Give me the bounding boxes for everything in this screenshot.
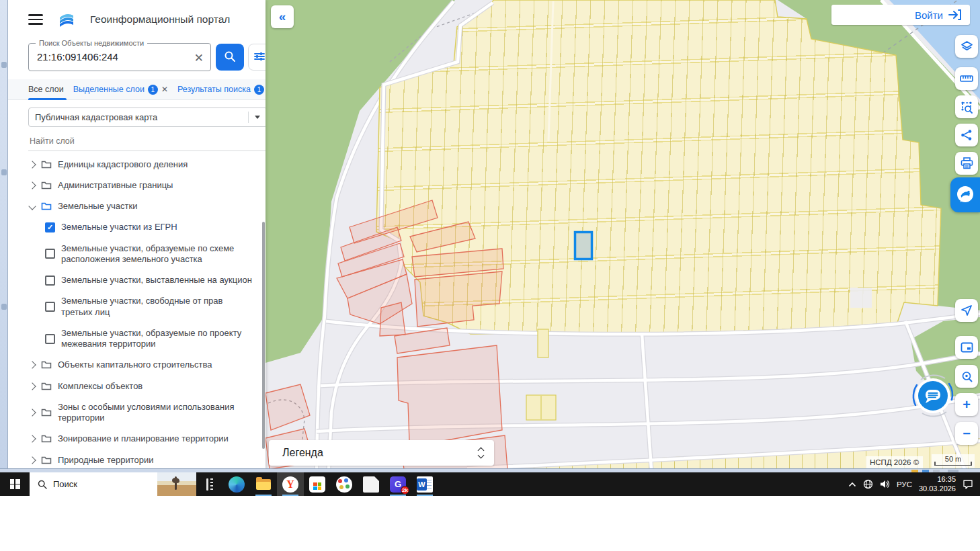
zoom-out-button[interactable]: − (955, 422, 978, 445)
windows-taskbar: Поиск Y (0, 472, 980, 496)
map-scale-bar: 50 m (932, 454, 975, 468)
plus-icon: + (963, 397, 971, 413)
layer-checkbox-egrn-parcels[interactable]: ✓ Земельные участки из ЕГРН (28, 217, 266, 238)
login-button-label: Войти (915, 9, 943, 21)
layer-label: Комплексы объектов (58, 381, 256, 392)
measure-tool-button[interactable] (955, 67, 978, 90)
task-view-icon (206, 478, 213, 491)
layer-folder-zoning-planning[interactable]: Зонирование и планирование территории (28, 429, 266, 450)
spatial-search-icon (960, 100, 973, 114)
chevron-right-icon[interactable] (28, 409, 36, 416)
crane-image (175, 476, 177, 490)
action-center-icon[interactable] (963, 479, 973, 489)
filter-button[interactable] (248, 44, 266, 71)
sidebar-scrollbar[interactable] (262, 222, 265, 449)
layer-checkbox-survey-project-parcels[interactable]: Земельные участки, образуемые по проекту… (28, 323, 266, 355)
taskbar-app-edge[interactable] (223, 472, 250, 496)
layer-folder-land-parcels[interactable]: Земельные участки (28, 196, 266, 217)
chevron-right-icon[interactable] (28, 181, 36, 189)
chevron-right-icon[interactable] (28, 382, 36, 390)
tray-hidden-icons-chevron[interactable] (848, 482, 856, 487)
background-window-edge (0, 0, 8, 469)
layer-checkbox-auction-parcels[interactable]: Земельные участки, выставленные на аукци… (28, 270, 266, 291)
share-tool-button[interactable] (955, 124, 978, 146)
tab-search-results[interactable]: Результаты поиска 1 ✕ (177, 85, 266, 95)
taskbar-app-g-messenger[interactable]: G 2k (384, 472, 411, 496)
map-canvas[interactable] (266, 0, 980, 469)
layer-search-input[interactable] (28, 135, 266, 151)
collapse-sidebar-button[interactable]: « (271, 5, 294, 28)
taskbar-app-paint[interactable] (331, 472, 358, 496)
layer-folder-natural-territories[interactable]: Природные территории (28, 450, 266, 469)
chevron-right-icon[interactable] (28, 362, 36, 369)
tab-selected-close-icon[interactable]: ✕ (161, 85, 168, 94)
taskbar-app-notepad[interactable] (358, 472, 384, 496)
taskbar-app-file-explorer[interactable] (250, 472, 277, 496)
layer-folder-special-zones[interactable]: Зоны с особыми условиями использования т… (28, 396, 266, 429)
checkbox-unchecked-icon[interactable] (45, 249, 55, 259)
tray-volume-icon[interactable] (880, 480, 890, 489)
layer-checkbox-scheme-parcels[interactable]: Земельные участки, образуемые по схеме р… (28, 238, 266, 270)
layer-label: Земельные участки, свободные от прав тре… (61, 296, 256, 318)
share-icon (961, 129, 973, 141)
search-input[interactable] (37, 51, 188, 62)
basemap-select-value: Публичная кадастровая карта (35, 112, 157, 122)
taskbar-app-task-view[interactable] (196, 472, 223, 496)
edge-browser-icon (229, 476, 245, 493)
layer-folder-capital-construction[interactable]: Объекты капитального строительства (28, 355, 266, 376)
checkbox-checked-icon[interactable]: ✓ (45, 222, 55, 232)
overview-map-button[interactable] (955, 336, 978, 359)
chevron-down-icon[interactable] (28, 202, 36, 210)
clear-search-icon[interactable]: ✕ (194, 51, 204, 65)
taskbar-app-yandex-browser[interactable]: Y (277, 472, 304, 496)
tab-selected-layers[interactable]: Выделенные слои 1 ✕ (73, 85, 168, 95)
locate-me-button[interactable] (955, 299, 978, 322)
layer-folder-admin-borders[interactable]: Административные границы (28, 175, 266, 196)
minimap-icon (961, 342, 973, 353)
folder-icon (41, 382, 52, 391)
search-in-area-button[interactable] (955, 365, 978, 388)
checkbox-unchecked-icon[interactable] (45, 334, 55, 344)
zoom-in-button[interactable]: + (955, 393, 978, 416)
tray-network-globe-icon[interactable] (863, 479, 873, 489)
tray-date: 30.03.2026 (919, 484, 956, 493)
minus-icon: − (963, 426, 971, 441)
basemap-select[interactable]: Публичная кадастровая карта (28, 108, 266, 127)
legend-panel[interactable]: Легенда (269, 440, 494, 466)
menu-hamburger-icon[interactable] (28, 14, 43, 25)
layers-tool-button[interactable] (955, 35, 978, 58)
search-button[interactable] (216, 44, 244, 71)
search-location-icon (961, 370, 973, 383)
filter-sliders-icon (253, 51, 266, 62)
start-button[interactable] (0, 472, 30, 496)
desktop-screen: Геоинформационный портал Поиск Объекты н… (0, 0, 980, 551)
layer-label: Земельные участки, образуемые по проекту… (61, 328, 256, 350)
layer-checkbox-free-parcels[interactable]: Земельные участки, свободные от прав тре… (28, 291, 266, 323)
search-field[interactable]: Поиск Объекты недвижимости ✕ (28, 43, 211, 71)
checkbox-unchecked-icon[interactable] (45, 302, 55, 312)
chevron-right-icon[interactable] (28, 456, 36, 464)
news-widget-thumbnail[interactable] (157, 472, 196, 496)
folder-icon (41, 408, 52, 417)
chat-feedback-button[interactable] (907, 370, 958, 421)
tray-clock[interactable]: 16:35 30.03.2026 (919, 475, 956, 494)
chevron-right-icon[interactable] (28, 435, 36, 443)
login-button[interactable]: Войти (831, 5, 970, 25)
taskbar-search-box[interactable]: Поиск (30, 472, 157, 496)
nspd-panel-button[interactable] (950, 177, 980, 212)
folder-icon (41, 181, 52, 190)
layer-folder-object-complexes[interactable]: Комплексы объектов (28, 376, 266, 396)
tab-selected-layers-label: Выделенные слои (73, 85, 145, 94)
checkbox-unchecked-icon[interactable] (45, 276, 55, 286)
layer-folder-cadastral-units[interactable]: Единицы кадастрового деления (28, 154, 266, 175)
selected-parcel[interactable] (575, 232, 592, 259)
area-search-tool-button[interactable] (955, 95, 978, 118)
chevron-right-icon[interactable] (28, 161, 36, 168)
layer-label: Земельные участки (58, 201, 256, 212)
tray-language-indicator[interactable]: РУС (897, 480, 912, 489)
tab-all-layers[interactable]: Все слои (28, 85, 64, 94)
taskbar-app-word[interactable]: W (411, 472, 438, 496)
legend-expand-icon[interactable] (477, 448, 483, 458)
taskbar-app-microsoft-store[interactable] (304, 472, 331, 496)
print-tool-button[interactable] (955, 152, 978, 175)
